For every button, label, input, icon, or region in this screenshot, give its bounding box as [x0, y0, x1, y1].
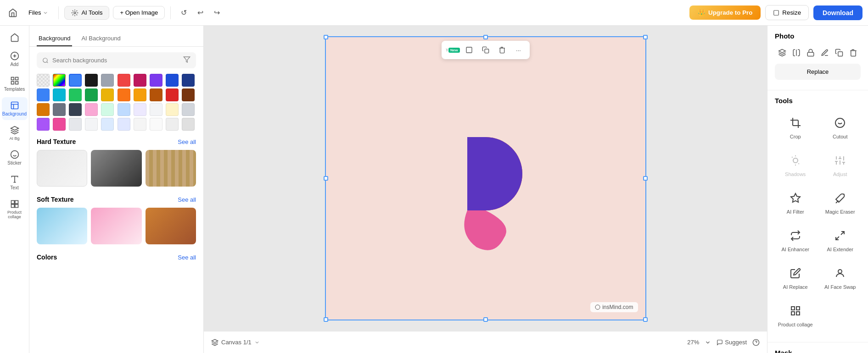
copy-toolbar-btn[interactable] [478, 43, 493, 57]
sidebar-item-add[interactable]: Add [2, 48, 28, 71]
handle-bottom-left[interactable] [324, 317, 328, 322]
tool-magic-eraser[interactable]: Magic Eraser [820, 185, 861, 219]
filter-icon[interactable] [183, 56, 190, 65]
redo-button[interactable]: ↪ [209, 6, 224, 20]
color-swatch[interactable] [69, 88, 82, 101]
color-swatch[interactable] [150, 88, 162, 101]
hard-texture-1[interactable] [37, 150, 87, 187]
color-swatch[interactable] [101, 103, 114, 116]
refresh-button[interactable]: ↺ [176, 6, 191, 20]
handle-mid-right[interactable] [643, 176, 648, 181]
tool-crop[interactable]: Crop [775, 110, 816, 144]
color-swatch[interactable] [166, 88, 179, 101]
canvas-frame[interactable]: New ··· [325, 36, 646, 320]
delete-tool-icon[interactable] [846, 45, 861, 60]
color-swatch[interactable] [101, 88, 114, 101]
sidebar-item-text[interactable]: Text [2, 171, 28, 194]
search-input[interactable] [52, 57, 179, 64]
suggest-button[interactable]: Suggest [717, 339, 747, 346]
color-swatch[interactable] [182, 118, 195, 131]
color-swatch[interactable] [85, 74, 98, 87]
color-swatch[interactable] [182, 74, 195, 87]
canvas-content[interactable]: New ··· [204, 26, 767, 331]
color-swatch[interactable] [101, 118, 114, 131]
layers-tool-icon[interactable] [775, 45, 789, 60]
delete-toolbar-btn[interactable] [495, 43, 510, 57]
soft-texture-1[interactable] [37, 208, 87, 244]
color-swatch[interactable] [118, 88, 130, 101]
handle-bottom-center[interactable] [483, 317, 488, 322]
sidebar-item-background[interactable]: Background [2, 97, 28, 120]
color-swatch[interactable] [53, 103, 66, 116]
tool-ai-filter[interactable]: AI Filter [775, 185, 816, 219]
color-swatch[interactable] [150, 118, 162, 131]
sidebar-item-sticker[interactable]: Sticker [2, 146, 28, 169]
tool-ai-face-swap[interactable]: AI Face Swap [820, 260, 861, 294]
soft-texture-3[interactable] [146, 208, 196, 244]
handle-top-left[interactable] [324, 35, 328, 39]
sidebar-item-home[interactable] [2, 29, 28, 46]
color-swatch[interactable] [182, 88, 195, 101]
soft-texture-see-all[interactable]: See all [178, 196, 196, 203]
hard-texture-2[interactable] [91, 150, 141, 187]
resize-button[interactable]: Resize [765, 5, 809, 20]
color-swatch[interactable] [101, 74, 114, 87]
sidebar-item-templates[interactable]: Templates [2, 72, 28, 95]
color-swatch[interactable] [134, 103, 146, 116]
handle-top-right[interactable] [643, 35, 648, 39]
color-swatch[interactable] [53, 74, 66, 87]
color-swatch[interactable] [150, 103, 162, 116]
color-swatch[interactable] [85, 118, 98, 131]
replace-button[interactable]: Replace [775, 64, 861, 80]
colors-see-all[interactable]: See all [178, 254, 196, 261]
color-swatch[interactable] [166, 118, 179, 131]
color-swatch[interactable] [182, 103, 195, 116]
color-swatch[interactable] [37, 74, 50, 87]
tool-adjust[interactable]: Adjust [820, 148, 861, 182]
color-swatch[interactable] [85, 103, 98, 116]
handle-top-center[interactable] [483, 35, 488, 39]
hard-texture-see-all[interactable]: See all [178, 138, 196, 145]
color-swatch[interactable] [53, 88, 66, 101]
upgrade-button[interactable]: 👑 Upgrade to Pro [689, 6, 761, 20]
more-toolbar-btn[interactable]: ··· [511, 43, 526, 57]
color-swatch-selected[interactable] [69, 74, 82, 87]
color-swatch[interactable] [166, 103, 179, 116]
hard-texture-3[interactable] [146, 150, 196, 187]
color-swatch[interactable] [134, 118, 146, 131]
tool-cutout[interactable]: Cutout [820, 110, 861, 144]
color-swatch[interactable] [118, 74, 130, 87]
color-swatch[interactable] [37, 103, 50, 116]
color-swatch[interactable] [118, 103, 130, 116]
undo-button[interactable]: ↩ [193, 6, 207, 20]
help-icon[interactable] [752, 339, 760, 346]
tab-background[interactable]: Background [37, 31, 72, 46]
frame-toolbar-btn[interactable] [462, 43, 476, 57]
flip-tool-icon[interactable] [789, 45, 803, 60]
handle-mid-left[interactable] [324, 176, 328, 181]
sidebar-item-ai-background[interactable]: AI Bg [2, 122, 28, 144]
color-swatch[interactable] [118, 118, 130, 131]
tool-product-collage[interactable]: Product collage [775, 298, 816, 332]
color-swatch[interactable] [37, 118, 50, 131]
ai-toolbar-btn[interactable]: New [445, 43, 460, 57]
tab-ai-background[interactable]: AI Background [79, 31, 122, 46]
style-tool-icon[interactable] [818, 45, 832, 60]
color-swatch[interactable] [134, 88, 146, 101]
tool-ai-replace[interactable]: AI Replace [775, 260, 816, 294]
color-swatch[interactable] [85, 88, 98, 101]
color-swatch[interactable] [37, 88, 50, 101]
home-button[interactable] [6, 6, 20, 20]
color-swatch[interactable] [69, 118, 82, 131]
lock-tool-icon[interactable] [803, 45, 818, 60]
color-swatch[interactable] [134, 74, 146, 87]
tool-ai-extender[interactable]: AI Extender [820, 223, 861, 257]
copy-tool-icon[interactable] [832, 45, 846, 60]
handle-bottom-right[interactable] [643, 317, 648, 322]
soft-texture-2[interactable] [91, 208, 141, 244]
sidebar-item-product-collage[interactable]: Product collage [2, 196, 28, 223]
files-button[interactable]: Files [24, 6, 53, 19]
tool-ai-enhancer[interactable]: AI Enhancer [775, 223, 816, 257]
color-swatch[interactable] [69, 103, 82, 116]
download-button[interactable]: Download [813, 6, 862, 20]
